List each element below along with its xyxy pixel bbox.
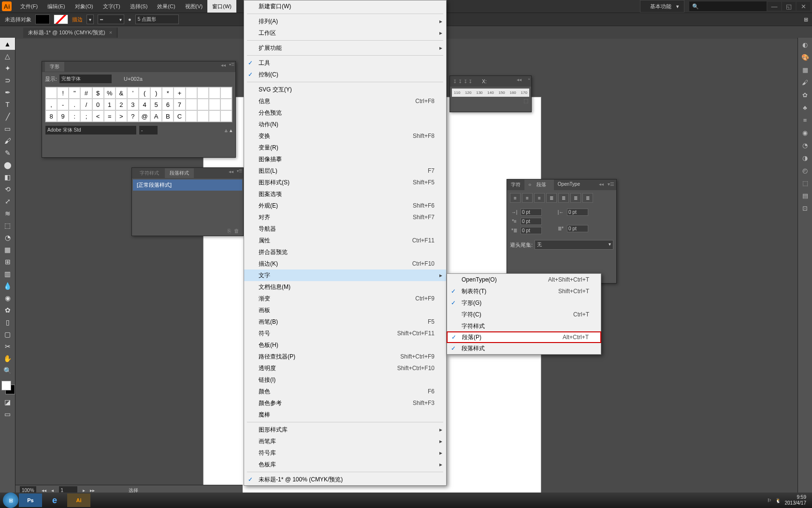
shape-builder-tool[interactable]: ◔ xyxy=(0,231,15,243)
submenu-item[interactable]: ✓字形(G) xyxy=(447,297,601,309)
panel-icon-11[interactable]: ◴ xyxy=(798,164,812,176)
direct-selection-tool[interactable]: △ xyxy=(0,50,15,62)
menu-edit[interactable]: 编辑(E) xyxy=(43,0,70,13)
glyph-cell[interactable]: ! xyxy=(57,87,69,99)
menu-item[interactable]: 色板(H) xyxy=(244,339,446,351)
type-tool[interactable]: T xyxy=(0,98,15,110)
glyph-cell[interactable]: @ xyxy=(139,110,150,122)
glyph-cell[interactable]: 3 xyxy=(127,99,139,110)
menu-item[interactable]: ✓控制(C) xyxy=(244,69,446,80)
menu-item[interactable]: 透明度Shift+Ctrl+F10 xyxy=(244,362,446,374)
hand-tool[interactable]: ✋ xyxy=(0,352,15,364)
panel-header[interactable]: ↧ ↧ ↧ ↧ X: ◂◂ × xyxy=(450,76,531,87)
align-left-button[interactable]: ≡ xyxy=(510,193,521,203)
screen-mode-icon[interactable]: ▭ xyxy=(0,408,15,420)
menu-effect[interactable]: 效果(C) xyxy=(152,0,180,13)
taskbar-illustrator[interactable]: Ai xyxy=(67,493,90,507)
tab-paragraph[interactable]: ○ 段落 xyxy=(524,179,554,190)
submenu-item[interactable]: 字符样式 xyxy=(447,320,601,332)
menu-item[interactable]: 图形样式库▸ xyxy=(244,424,446,435)
menu-item[interactable]: 动作(N) xyxy=(244,119,446,130)
glyphs-panel[interactable]: 字形 ◂◂ ▾☰ 显示: 完整字体 U+002a !"#$%&'()*+,-./… xyxy=(42,61,236,158)
glyph-cell[interactable]: 9 xyxy=(57,110,69,122)
panel-tab-glyphs[interactable]: 字形 xyxy=(45,62,64,72)
panel-icon-7[interactable]: ≡ xyxy=(798,114,812,126)
zoom-tool[interactable]: 🔍 xyxy=(0,364,15,376)
brush-dropdown[interactable]: 5 点圆形 xyxy=(135,15,179,24)
artboard-tool[interactable]: ▢ xyxy=(0,328,15,340)
new-style-icon[interactable]: ⎘ xyxy=(228,228,231,234)
eyedropper-tool[interactable]: 💧 xyxy=(0,280,15,292)
menu-item[interactable]: 扩展功能▸ xyxy=(244,42,446,54)
glyph-cell[interactable]: ) xyxy=(150,87,162,99)
menu-item[interactable]: 信息Ctrl+F8 xyxy=(244,95,446,107)
perspective-tool[interactable]: ▦ xyxy=(0,243,15,255)
symbol-sprayer-tool[interactable]: ✿ xyxy=(0,304,15,316)
menu-item[interactable]: 工作区▸ xyxy=(244,27,446,39)
font-style-dropdown[interactable]: - xyxy=(139,125,158,135)
menu-item[interactable]: 色板库▸ xyxy=(244,459,446,470)
menu-item[interactable]: 分色预览 xyxy=(244,107,446,119)
collapse-icon[interactable]: ◂◂ xyxy=(221,62,226,68)
panel-icon-5[interactable]: ✿ xyxy=(798,89,812,101)
menu-item[interactable]: 路径查找器(P)Shift+Ctrl+F9 xyxy=(244,351,446,362)
glyph-cell[interactable]: B xyxy=(162,110,174,122)
menu-item[interactable]: 拼合器预览 xyxy=(244,246,446,258)
glyph-cell[interactable]: 7 xyxy=(174,99,185,110)
menu-item[interactable]: 文字▸ xyxy=(244,269,446,281)
menu-item[interactable]: 新建窗口(W) xyxy=(244,0,446,12)
zoom-in-icon[interactable]: ▴ xyxy=(230,127,232,134)
glyph-cell[interactable]: , xyxy=(45,99,57,110)
panel-header[interactable]: 字形 ◂◂ ▾☰ xyxy=(42,61,235,72)
glyph-cell[interactable]: " xyxy=(69,87,80,99)
blob-brush-tool[interactable]: ⬤ xyxy=(0,159,15,171)
brush-tool[interactable]: 🖌 xyxy=(0,134,15,147)
panel-header[interactable]: 字符样式 段落样式 ◂◂ ▾☰ xyxy=(132,168,243,179)
eraser-tool[interactable]: ◧ xyxy=(0,171,15,183)
pen-tool[interactable]: ✒ xyxy=(0,86,15,98)
indent-right-input[interactable] xyxy=(567,209,588,216)
tray-qq-icon[interactable]: 🐧 xyxy=(775,498,781,503)
lasso-tool[interactable]: ⊃ xyxy=(0,74,15,86)
justify-all-button[interactable]: ≣ xyxy=(582,193,593,203)
magic-wand-tool[interactable]: ✦ xyxy=(0,62,15,74)
glyph-cell[interactable]: 4 xyxy=(139,99,150,110)
menu-item[interactable]: ✓未标题-1* @ 100% (CMYK/预览) xyxy=(244,474,446,485)
menu-item[interactable]: 外观(E)Shift+F6 xyxy=(244,200,446,211)
close-icon[interactable]: × xyxy=(528,77,530,81)
panel-menu-icon[interactable]: ▾☰ xyxy=(606,179,616,190)
minimize-button[interactable]: — xyxy=(768,2,781,11)
tray-flag-icon[interactable]: ⚐ xyxy=(767,498,771,503)
menu-item[interactable]: 变量(R) xyxy=(244,142,446,153)
first-line-input[interactable] xyxy=(521,218,542,225)
glyph-cell[interactable]: > xyxy=(116,110,127,122)
glyph-cell[interactable]: + xyxy=(174,87,185,99)
menu-window[interactable]: 窗口(W) xyxy=(207,0,236,13)
glyph-cell[interactable]: & xyxy=(116,87,127,99)
fill-proxy[interactable] xyxy=(1,381,11,390)
pencil-tool[interactable]: ✎ xyxy=(0,147,15,159)
panel-icon-13[interactable]: ▤ xyxy=(798,190,812,201)
submenu-item[interactable]: ✓段落样式 xyxy=(447,343,601,354)
slice-tool[interactable]: ✂ xyxy=(0,340,15,352)
glyph-cell[interactable]: = xyxy=(104,110,116,122)
collapse-icon[interactable]: ◂◂ xyxy=(229,169,233,174)
indent-left-input[interactable] xyxy=(521,209,542,216)
panel-icon-3[interactable]: ▦ xyxy=(798,64,812,75)
glyph-cell[interactable]: 0 xyxy=(92,99,104,110)
menu-item[interactable]: 画笔库▸ xyxy=(244,435,446,447)
menu-item[interactable]: SVG 交互(Y) xyxy=(244,84,446,95)
justify-center-button[interactable]: ≣ xyxy=(558,193,569,203)
glyph-cell[interactable]: ? xyxy=(127,110,139,122)
fill-swatch[interactable] xyxy=(35,15,50,24)
panel-icon-8[interactable]: ◉ xyxy=(798,127,812,138)
glyph-cell[interactable]: - xyxy=(57,99,69,110)
panel-icon-1[interactable]: ◐ xyxy=(798,39,812,50)
glyph-cell[interactable]: ; xyxy=(80,110,92,122)
tab-opentype[interactable]: OpenType xyxy=(554,179,584,190)
panel-icon-12[interactable]: ⬚ xyxy=(798,177,812,189)
show-dropdown[interactable]: 完整字体 xyxy=(59,74,112,84)
glyph-cell[interactable]: 5 xyxy=(150,99,162,110)
tab-para-styles[interactable]: 段落样式 xyxy=(165,168,194,178)
glyph-cell[interactable]: # xyxy=(80,87,92,99)
